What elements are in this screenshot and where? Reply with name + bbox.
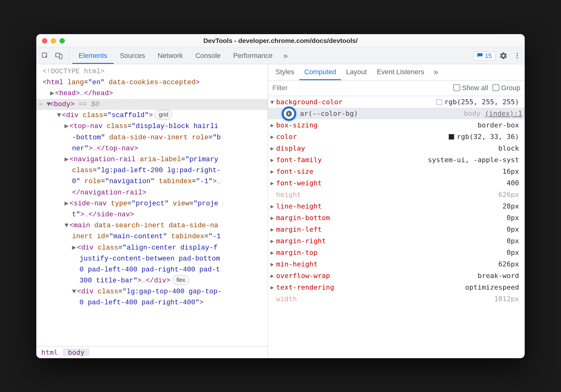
zoom-window-button[interactable] — [59, 38, 65, 44]
issues-icon — [477, 53, 483, 59]
show-all-toggle[interactable]: Show all — [453, 84, 488, 92]
device-toolbar-icon[interactable] — [53, 49, 65, 62]
svg-point-3 — [517, 53, 518, 54]
computed-row[interactable]: height626px — [268, 189, 525, 200]
computed-row[interactable]: ▶margin-bottom0px — [268, 212, 525, 224]
tab-elements[interactable]: Elements — [72, 48, 114, 64]
color-swatch-icon — [436, 99, 442, 105]
layout-chip-flex[interactable]: flex — [172, 275, 189, 285]
svg-point-4 — [517, 55, 518, 56]
issues-badge[interactable]: 15 — [473, 51, 495, 60]
main-area: <!DOCTYPE html> <html lang="en" data-coo… — [36, 64, 525, 358]
computed-row[interactable]: ▶line-height28px — [268, 200, 525, 212]
computed-row[interactable]: ▶text-renderingoptimizespeed — [268, 281, 525, 293]
doctype-node: <!DOCTYPE html> — [43, 68, 105, 75]
svg-rect-2 — [59, 54, 62, 59]
close-window-button[interactable] — [42, 38, 47, 44]
svg-point-5 — [517, 57, 518, 59]
side-tab-layout[interactable]: Layout — [341, 64, 372, 80]
devtools-toolbar: Elements Sources Network Console Perform… — [36, 48, 525, 64]
filter-input[interactable] — [272, 84, 449, 92]
inspect-icon[interactable] — [39, 49, 51, 62]
computed-row[interactable]: ▶margin-left0px — [268, 224, 525, 235]
computed-row[interactable]: ▶margin-top0px — [268, 247, 525, 258]
window-controls — [42, 38, 65, 44]
computed-row[interactable]: ▶box-sizingborder-box — [268, 119, 525, 131]
computed-row[interactable]: ▶colorrgb(32, 33, 36) — [268, 131, 525, 142]
checkbox-icon — [453, 84, 460, 91]
filter-bar: Show all Group — [268, 80, 525, 96]
computed-row[interactable]: ▶displayblock — [268, 142, 525, 154]
computed-row[interactable]: ▶overflow-wrapbreak-word — [268, 270, 525, 281]
crumb-body[interactable]: body — [63, 348, 90, 356]
computed-row[interactable]: ▶font-size16px — [268, 166, 525, 177]
side-tab-computed[interactable]: Computed — [299, 64, 341, 80]
side-tab-event-listeners[interactable]: Event Listeners — [372, 64, 430, 80]
tab-network[interactable]: Network — [151, 48, 189, 64]
toolbar-divider — [69, 51, 69, 61]
tabs-overflow-icon[interactable]: » — [279, 51, 292, 61]
computed-list[interactable]: ▼ background-color rgb(255, 255, 255) ar… — [268, 96, 525, 358]
computed-row[interactable]: ▶font-weight400 — [268, 177, 525, 189]
tab-performance[interactable]: Performance — [227, 48, 279, 64]
side-tab-styles[interactable]: Styles — [270, 64, 299, 80]
computed-row[interactable]: ▶font-familysystem-ui, -apple-syst — [268, 154, 525, 166]
checkbox-icon — [492, 84, 499, 91]
tab-console[interactable]: Console — [189, 48, 227, 64]
goto-source-button[interactable] — [282, 106, 296, 121]
computed-row[interactable]: ▶min-height626px — [268, 258, 525, 270]
breadcrumbs: html body — [36, 346, 268, 358]
selected-node[interactable]: ⋯▼<body> == $0 — [36, 99, 268, 110]
dom-tree[interactable]: <!DOCTYPE html> <html lang="en" data-coo… — [36, 64, 268, 346]
computed-row[interactable]: ▶margin-right0px — [268, 235, 525, 247]
side-tabs-overflow-icon[interactable]: » — [429, 67, 442, 77]
minimize-window-button[interactable] — [51, 38, 56, 44]
titlebar: DevTools - developer.chrome.com/docs/dev… — [36, 34, 525, 48]
color-swatch-icon — [449, 134, 454, 140]
window-title: DevTools - developer.chrome.com/docs/dev… — [203, 37, 358, 44]
elements-panel: <!DOCTYPE html> <html lang="en" data-coo… — [36, 64, 268, 358]
issues-count: 15 — [485, 52, 492, 59]
settings-icon[interactable] — [498, 50, 509, 61]
side-tabs: Styles Computed Layout Event Listeners » — [268, 64, 525, 80]
group-toggle[interactable]: Group — [492, 84, 520, 92]
devtools-window: DevTools - developer.chrome.com/docs/dev… — [36, 34, 525, 358]
source-link[interactable]: (index):1 — [485, 110, 525, 117]
tab-sources[interactable]: Sources — [114, 48, 152, 64]
computed-row[interactable]: ▼ background-color rgb(255, 255, 255) — [268, 96, 525, 108]
computed-resolved-row[interactable]: ar(--color-bg) body (index):1 — [268, 108, 525, 119]
more-menu-icon[interactable] — [512, 50, 523, 61]
computed-panel: Styles Computed Layout Event Listeners »… — [268, 64, 525, 358]
crumb-html[interactable]: html — [36, 348, 63, 356]
computed-row[interactable]: width1012px — [268, 293, 525, 305]
arrow-right-icon — [286, 110, 292, 117]
layout-chip-grid[interactable]: grid — [155, 110, 172, 120]
